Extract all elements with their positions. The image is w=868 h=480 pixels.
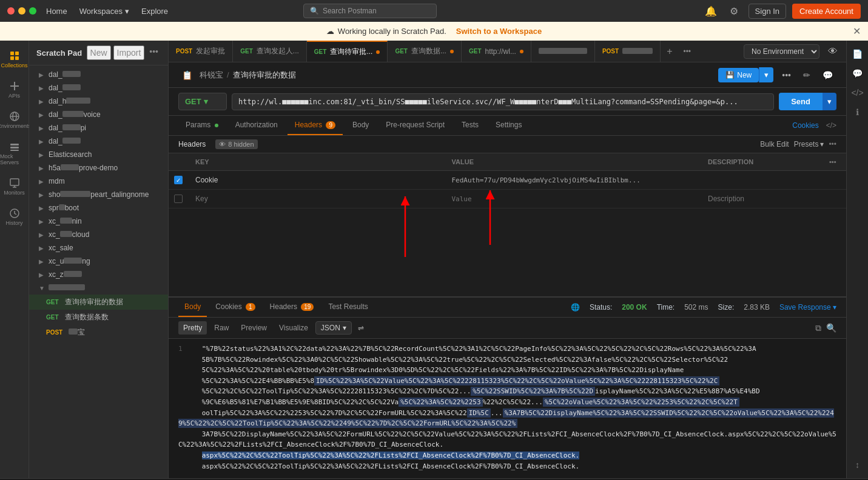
tree-item[interactable]: ▶sprboot bbox=[29, 201, 168, 215]
url-input[interactable] bbox=[232, 93, 774, 110]
right-panel-docs-icon[interactable]: 📄 bbox=[849, 45, 866, 62]
row-checkbox-empty[interactable] bbox=[169, 190, 188, 208]
right-panel-scroll-icon[interactable]: ↕ bbox=[849, 456, 866, 473]
desc-input-empty[interactable] bbox=[708, 195, 815, 203]
workspaces-nav[interactable]: Workspaces ▾ bbox=[79, 7, 129, 16]
cookie-key-cell[interactable] bbox=[188, 171, 445, 189]
tree-item[interactable]: ▶Elasticsearch bbox=[29, 148, 168, 161]
code-view-icon[interactable]: </> bbox=[826, 121, 836, 130]
tree-item[interactable]: ▶xc_z bbox=[29, 268, 168, 281]
tree-item[interactable]: ▶dal_ bbox=[29, 68, 168, 81]
format-pretty[interactable]: Pretty bbox=[178, 321, 207, 335]
search-response-icon[interactable]: 🔍 bbox=[826, 323, 836, 333]
tree-item[interactable]: ▶dal_ bbox=[29, 81, 168, 95]
resp-tab-body[interactable]: Body bbox=[178, 298, 207, 317]
minimize-traffic-light[interactable] bbox=[18, 7, 25, 15]
value-input-empty[interactable] bbox=[452, 195, 694, 203]
empty-value-cell[interactable] bbox=[445, 190, 701, 208]
save-response-button[interactable]: Save Response ▾ bbox=[779, 303, 836, 312]
tree-item[interactable]: ▶dal_pi bbox=[29, 121, 168, 135]
tree-item[interactable]: ▶xc_cloud bbox=[29, 228, 168, 241]
tab-get-data[interactable]: GET 查询数据... bbox=[388, 41, 462, 62]
tab-body[interactable]: Body bbox=[345, 116, 376, 135]
cookie-desc-cell[interactable] bbox=[701, 175, 822, 185]
tree-item[interactable]: ▶xc_nin bbox=[29, 215, 168, 228]
sidebar-item-environments[interactable]: Environments bbox=[0, 106, 29, 134]
sidebar-more-icon[interactable]: ••• bbox=[147, 45, 161, 60]
sidebar-item-history[interactable]: History bbox=[0, 203, 29, 231]
tab-get-initiator[interactable]: GET 查询发起人... bbox=[233, 41, 307, 62]
bulk-edit-button[interactable]: Bulk Edit bbox=[760, 140, 789, 148]
format-raw[interactable]: Raw bbox=[209, 321, 234, 335]
comment-icon-button[interactable]: 💬 bbox=[819, 68, 836, 82]
format-visualize[interactable]: Visualize bbox=[274, 321, 313, 335]
tab-authorization[interactable]: Authorization bbox=[228, 116, 285, 135]
empty-key-cell[interactable] bbox=[188, 190, 445, 208]
environment-select[interactable]: No Environment bbox=[744, 44, 819, 59]
tree-item[interactable]: ▶dal_h bbox=[29, 95, 168, 108]
more-options-button[interactable]: ••• bbox=[778, 68, 795, 82]
cookies-link[interactable]: Cookies bbox=[792, 121, 818, 130]
cookie-value-cell[interactable]: FedAuth=77u/PD94bWwgdmVyc2lvbjOiMS4wIiBI… bbox=[445, 172, 701, 189]
headers-more-icon[interactable]: ••• bbox=[829, 140, 836, 148]
new-button[interactable]: New bbox=[87, 45, 111, 60]
key-input-empty[interactable] bbox=[195, 195, 437, 203]
tree-item[interactable]: ▶xc_ung bbox=[29, 255, 168, 268]
headers-sub-tab-headers[interactable]: Headers bbox=[178, 140, 206, 148]
tab-blurred-1[interactable] bbox=[531, 41, 595, 62]
presets-button[interactable]: Presets ▾ bbox=[794, 140, 824, 148]
import-button[interactable]: Import bbox=[113, 45, 145, 60]
tab-get-pending[interactable]: GET 查询待审批... bbox=[307, 41, 388, 62]
tab-post-approval[interactable]: POST 发起审批 bbox=[169, 41, 233, 62]
environment-settings-icon[interactable]: 👁 bbox=[824, 43, 841, 60]
resp-tab-cookies[interactable]: Cookies 1 bbox=[209, 298, 261, 317]
method-selector[interactable]: GET ▾ bbox=[178, 93, 227, 110]
sidebar-item-monitors[interactable]: Monitors bbox=[0, 173, 29, 201]
wrap-text-icon[interactable]: ⇌ bbox=[358, 324, 364, 332]
sidebar-item-mock-servers[interactable]: Mock Servers bbox=[0, 136, 29, 170]
edit-icon-button[interactable]: ✏ bbox=[799, 68, 814, 82]
tab-settings[interactable]: Settings bbox=[488, 116, 529, 135]
save-dropdown-button[interactable]: ▾ bbox=[759, 67, 773, 82]
settings-icon[interactable]: ⚙ bbox=[725, 2, 742, 19]
tab-get-url[interactable]: GET http://wl... bbox=[462, 41, 531, 62]
send-button[interactable]: Send bbox=[779, 93, 823, 110]
right-panel-info-icon[interactable]: ℹ bbox=[849, 104, 866, 121]
tab-pre-request[interactable]: Pre-request Script bbox=[378, 116, 452, 135]
tab-post-blurred[interactable]: POST bbox=[595, 41, 661, 62]
right-panel-comments-icon[interactable]: 💬 bbox=[849, 65, 866, 82]
tree-item[interactable]: ▶dal_voice bbox=[29, 108, 168, 121]
sub-item-post-blurred[interactable]: POST 宝 bbox=[29, 325, 168, 340]
save-button[interactable]: 💾 New bbox=[718, 68, 759, 82]
format-type-select[interactable]: JSON ▾ bbox=[315, 321, 352, 335]
maximize-traffic-light[interactable] bbox=[29, 7, 36, 15]
resp-tab-test-results[interactable]: Test Results bbox=[322, 298, 374, 317]
tree-item[interactable]: ▶xc_sale bbox=[29, 241, 168, 255]
switch-workspace-link[interactable]: Switch to a Workspace bbox=[456, 27, 542, 36]
banner-close-icon[interactable]: ✕ bbox=[853, 25, 861, 37]
tab-tests[interactable]: Tests bbox=[454, 116, 486, 135]
response-body[interactable]: 1 "%7B%22status%22%3A1%2C%22data%22%3A%2… bbox=[169, 339, 846, 478]
notification-icon[interactable]: 🔔 bbox=[702, 2, 719, 19]
resp-tab-headers[interactable]: Headers 19 bbox=[264, 298, 320, 317]
tree-item[interactable]: ▶shopeart_dalingnome bbox=[29, 188, 168, 201]
sub-item-query-pending[interactable]: GET 查询待审批的数据 bbox=[29, 295, 168, 310]
copy-response-icon[interactable]: ⧉ bbox=[815, 323, 821, 333]
tab-overflow-icon[interactable]: ••• bbox=[678, 47, 696, 56]
sidebar-item-collections[interactable]: Collections bbox=[0, 45, 29, 73]
search-bar[interactable]: 🔍 Search Postman bbox=[303, 4, 437, 18]
key-input-cookie[interactable] bbox=[195, 176, 437, 184]
sign-in-button[interactable]: Sign In bbox=[749, 4, 786, 19]
sub-item-query-count[interactable]: GET 查询数据条数 bbox=[29, 310, 168, 325]
right-panel-code-icon[interactable]: </> bbox=[849, 84, 866, 101]
tab-headers[interactable]: Headers 9 bbox=[288, 116, 343, 135]
tree-item[interactable]: ▶dal_ bbox=[29, 135, 168, 148]
add-tab-button[interactable]: + bbox=[661, 46, 678, 57]
tab-params[interactable]: Params bbox=[178, 116, 226, 135]
send-dropdown-button[interactable]: ▾ bbox=[823, 93, 836, 110]
hidden-headers-badge[interactable]: 👁 8 hidden bbox=[215, 139, 257, 149]
row-checkbox-cookie[interactable]: ✓ bbox=[169, 171, 188, 189]
create-account-button[interactable]: Create Account bbox=[792, 4, 861, 19]
tree-item-expanded[interactable]: ▼ bbox=[29, 281, 168, 295]
format-preview[interactable]: Preview bbox=[236, 321, 272, 335]
